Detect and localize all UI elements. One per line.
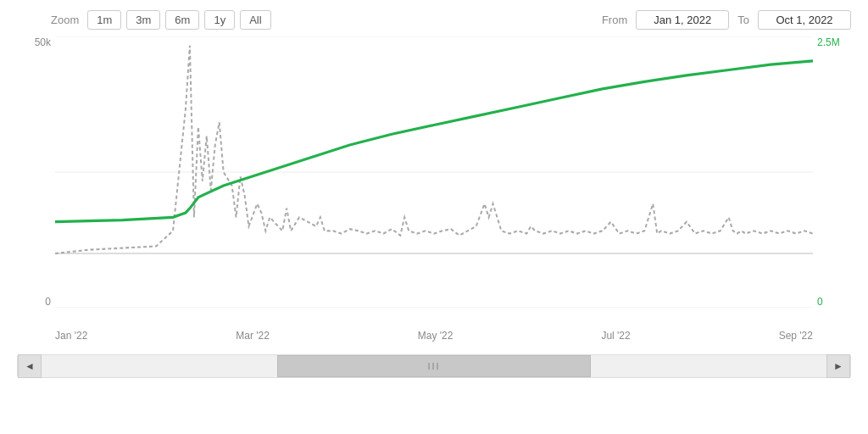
chart-svg (55, 36, 813, 308)
zoom-1m-button[interactable]: 1m (87, 10, 121, 30)
x-label-jul: Jul '22 (601, 330, 630, 342)
zoom-section: Zoom 1m 3m 6m 1y All (51, 10, 271, 30)
scrollbar: ◄ III ► (17, 354, 851, 378)
y-axis-right: 2.5M 0 (813, 36, 851, 308)
from-date-input[interactable] (636, 10, 729, 30)
y-left-top: 50k (35, 36, 51, 48)
chart-container: Zoom 1m 3m 6m 1y All From To 50k 0 2.5M … (0, 0, 868, 434)
zoom-6m-button[interactable]: 6m (165, 10, 199, 30)
zoom-1y-button[interactable]: 1y (204, 10, 235, 30)
scroll-right-arrow[interactable]: ► (826, 354, 850, 378)
from-label: From (602, 14, 627, 26)
zoom-label: Zoom (51, 14, 79, 26)
zoom-all-button[interactable]: All (240, 10, 270, 30)
chart-area: 50k 0 2.5M 0 Jan '22 (17, 36, 851, 350)
y-axis-left: 50k 0 (17, 36, 55, 308)
y-left-mid: 0 (45, 296, 51, 308)
to-label: To (737, 14, 749, 26)
to-date-input[interactable] (758, 10, 851, 30)
x-label-may: May '22 (418, 330, 453, 342)
top-controls: Zoom 1m 3m 6m 1y All From To (0, 0, 868, 36)
date-section: From To (602, 10, 851, 30)
zoom-3m-button[interactable]: 3m (126, 10, 160, 30)
x-label-jan: Jan '22 (55, 330, 87, 342)
scroll-track: III (42, 355, 826, 377)
x-label-sep: Sep '22 (779, 330, 813, 342)
scroll-left-arrow[interactable]: ◄ (18, 354, 42, 378)
x-axis: Jan '22 Mar '22 May '22 Jul '22 Sep '22 (55, 330, 813, 342)
scroll-thumb[interactable]: III (277, 355, 591, 377)
y-right-top: 2.5M (817, 36, 840, 48)
y-right-mid: 0 (817, 296, 823, 308)
x-label-mar: Mar '22 (236, 330, 270, 342)
